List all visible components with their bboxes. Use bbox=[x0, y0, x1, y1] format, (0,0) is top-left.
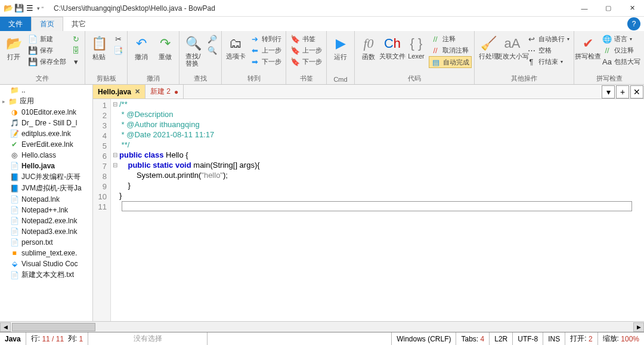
editor-tab[interactable]: Hello.java✕ bbox=[93, 85, 145, 98]
tabs-close-button[interactable]: ✕ bbox=[630, 85, 643, 98]
file-icon: 📄 bbox=[10, 161, 19, 171]
autocomplete-button[interactable]: ▤自动完成 bbox=[429, 56, 472, 68]
code-editor[interactable]: 1234567891011 ⊟⊟⊟ /** * @Description * @… bbox=[93, 99, 644, 321]
sidebar-item[interactable]: ■sublime_text.exe. bbox=[0, 248, 92, 258]
new-button[interactable]: 📄新建 bbox=[26, 33, 68, 44]
sidebar-item[interactable]: 📄Notepad++.lnk bbox=[0, 205, 92, 215]
goline-button[interactable]: ➔转到行 bbox=[248, 33, 283, 44]
scroll-thumb[interactable] bbox=[12, 323, 95, 331]
tabs-button[interactable]: 🗂选项卡 bbox=[224, 32, 247, 60]
qat-dropdown-icon[interactable]: ▾ ⁼ bbox=[36, 4, 45, 13]
db-icon: 🗄 bbox=[71, 45, 80, 55]
file-sidebar[interactable]: 📁..▸📁应用◑010Editor.exe.lnk🎵Dr_ Dre - Stil… bbox=[0, 85, 93, 321]
spell-button[interactable]: ✔拼写检查 bbox=[577, 32, 599, 60]
run-button[interactable]: ▶运行 bbox=[329, 32, 352, 61]
find-next-button[interactable]: 🔎 bbox=[206, 33, 219, 44]
copy-button[interactable]: 📑 bbox=[112, 45, 125, 56]
bookmark-button[interactable]: 🔖书签 bbox=[289, 33, 324, 44]
folder-icon[interactable]: 📂 bbox=[4, 4, 13, 13]
horizontal-scrollbar[interactable]: ◀ ▶ bbox=[0, 321, 644, 332]
func-button[interactable]: f0函数 bbox=[357, 32, 380, 61]
autowrap-button[interactable]: ↩自动换行▾ bbox=[525, 33, 571, 44]
tabs-dropdown-button[interactable]: ▾ bbox=[602, 85, 615, 98]
spell-icon: ✔ bbox=[579, 35, 597, 53]
sidebar-item[interactable]: 📘JVM虚拟机-庆哥Ja bbox=[0, 183, 92, 194]
sidebar-item[interactable]: 📄Notepad.lnk bbox=[0, 194, 92, 205]
whitespace-button[interactable]: ⋯空格 bbox=[525, 45, 571, 56]
sidebar-item[interactable]: 📄新建文本文档.txt bbox=[0, 269, 92, 281]
find-button[interactable]: 🔍查找/ 替换 bbox=[182, 32, 205, 67]
sidebar-item[interactable]: ▸📁应用 bbox=[0, 96, 92, 107]
status-enc[interactable]: UTF-8 bbox=[513, 332, 543, 345]
lexer-button[interactable]: { }Lexer bbox=[405, 32, 428, 60]
status-dir[interactable]: L2R bbox=[490, 332, 513, 345]
dbsave-button[interactable]: 🗄 bbox=[69, 45, 82, 56]
close-button[interactable]: ✕ bbox=[620, 0, 644, 17]
scroll-left-icon[interactable]: ◀ bbox=[0, 322, 11, 332]
sidebar-item[interactable]: ◑010Editor.exe.lnk bbox=[0, 107, 92, 118]
comment-button[interactable]: //注释 bbox=[429, 33, 472, 44]
sidebar-item[interactable]: 🎵Dr_ Dre - Still D_l bbox=[0, 118, 92, 128]
sidebar-item[interactable]: 📄Notepad2.exe.lnk bbox=[0, 215, 92, 226]
sidebar-item[interactable]: ◎Hello.class bbox=[0, 150, 92, 161]
lineend-button[interactable]: ¶行结束▾ bbox=[525, 56, 571, 67]
reload-button[interactable]: ↻ bbox=[69, 33, 82, 44]
row-icon[interactable]: ☰ bbox=[25, 4, 35, 13]
fold-column[interactable]: ⊟⊟⊟ bbox=[111, 99, 119, 321]
sidebar-item[interactable]: 📘JUC并发编程-庆哥 bbox=[0, 171, 92, 183]
tab-file[interactable]: 文件 bbox=[0, 17, 31, 31]
status-ins[interactable]: INS bbox=[543, 332, 565, 345]
title-bar: 📂 💾 ☰ ▾ ⁼ C:\Users\ithuangqing\Desktop\H… bbox=[0, 0, 644, 17]
lang-button[interactable]: 🌐语言▾ bbox=[600, 33, 642, 44]
status-lang[interactable]: Java bbox=[0, 332, 26, 345]
save-button[interactable]: 💾保存 bbox=[26, 45, 68, 56]
sidebar-item[interactable]: 📄Hello.java bbox=[0, 161, 92, 171]
status-open[interactable]: 打开: 2 bbox=[565, 332, 597, 345]
cursor-line bbox=[122, 201, 632, 211]
bm-down-button[interactable]: 🔖下一步 bbox=[289, 56, 324, 67]
uncomment-button[interactable]: //取消注释 bbox=[429, 45, 472, 56]
save-all-button[interactable]: 💾保存全部 bbox=[26, 56, 68, 67]
tab-close-icon[interactable]: ✕ bbox=[135, 88, 140, 96]
relfiles-button[interactable]: Ch关联文件 bbox=[381, 32, 404, 60]
group-clipboard: 📋粘贴 ✂ 📑 剪贴板 bbox=[85, 31, 128, 84]
redo-button[interactable]: ↷重做 bbox=[154, 32, 177, 61]
file-icon: ✔ bbox=[10, 140, 19, 149]
sidebar-item-label: .. bbox=[21, 86, 26, 94]
find-file-button[interactable]: 🔍 bbox=[206, 45, 219, 56]
editor-tab[interactable]: 新建 2● bbox=[145, 85, 184, 98]
minimize-button[interactable]: — bbox=[572, 0, 596, 17]
status-line[interactable]: 行: 11 / 11 列: 1 bbox=[26, 332, 88, 345]
next-button[interactable]: ➡下一步 bbox=[248, 56, 283, 67]
sidebar-item[interactable]: ⬙Visual Studio Coc bbox=[0, 258, 92, 269]
moresave-button[interactable]: ▾ bbox=[69, 56, 82, 67]
bm-down-icon: 🔖 bbox=[290, 57, 300, 66]
commentonly-button[interactable]: //仅注释 bbox=[600, 45, 642, 56]
prev-button[interactable]: ⬅上一步 bbox=[248, 45, 283, 56]
more-icon: ▾ bbox=[71, 57, 80, 66]
save-icon[interactable]: 💾 bbox=[14, 4, 24, 13]
help-icon[interactable]: ? bbox=[627, 17, 640, 30]
tab-other[interactable]: 其它 bbox=[63, 17, 94, 31]
status-tabs[interactable]: Tabs: 4 bbox=[456, 332, 490, 345]
sidebar-item[interactable]: 📄person.txt bbox=[0, 237, 92, 248]
sidebar-item[interactable]: 📁.. bbox=[0, 85, 92, 96]
status-zoom[interactable]: 缩放: 100% bbox=[598, 332, 644, 345]
sidebar-item[interactable]: 📝editplus.exe.lnk bbox=[0, 128, 92, 139]
cut-button[interactable]: ✂ bbox=[112, 33, 125, 44]
bm-up-button[interactable]: 🔖上一步 bbox=[289, 45, 324, 56]
status-eol[interactable]: Windows (CRLF) bbox=[392, 332, 456, 345]
undo-button[interactable]: ↶撤消 bbox=[130, 32, 153, 61]
paste-button[interactable]: 📋粘贴 bbox=[88, 32, 110, 61]
sidebar-item[interactable]: ✔EverEdit.exe.lnk bbox=[0, 139, 92, 150]
open-button[interactable]: 📂打开 bbox=[2, 32, 25, 61]
sidebar-item[interactable]: 📄Notepad3.exe.lnk bbox=[0, 226, 92, 237]
goline-icon: ➔ bbox=[250, 34, 259, 44]
scroll-right-icon[interactable]: ▶ bbox=[633, 322, 644, 332]
tab-home[interactable]: 首页 bbox=[31, 17, 63, 31]
code-content[interactable]: /** * @Description * @Author ithuangqing… bbox=[119, 99, 644, 321]
case-button[interactable]: aA更改大小写 bbox=[501, 32, 524, 60]
upper-button[interactable]: Aa包括大写 bbox=[600, 56, 642, 67]
maximize-button[interactable]: ▢ bbox=[596, 0, 620, 17]
tabs-add-button[interactable]: + bbox=[616, 85, 629, 98]
